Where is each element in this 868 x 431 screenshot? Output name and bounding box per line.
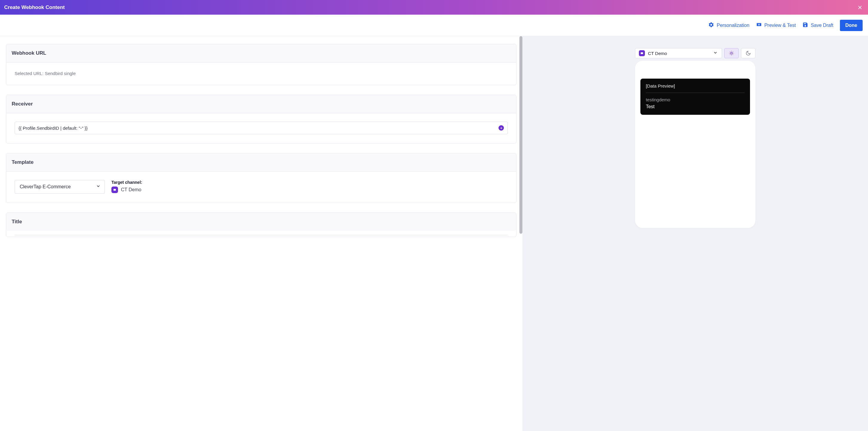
receiver-input-row: + — [14, 122, 508, 134]
template-select[interactable]: CleverTap E-Commerce — [14, 180, 105, 194]
channel-icon — [112, 186, 118, 193]
header-bar: Create Webhook Content — [0, 0, 868, 15]
notification-title: [Data Preview] — [646, 83, 745, 93]
personalization-button[interactable]: Personalization — [708, 22, 749, 29]
receiver-title: Receiver — [12, 101, 511, 107]
svg-point-4 — [731, 52, 733, 54]
webhook-url-card: Webhook URL Selected URL: Sendbird singl… — [6, 44, 517, 85]
toolbar: Personalization Preview & Test Save Draf… — [0, 15, 868, 36]
title-section-title: Title — [12, 219, 511, 225]
close-icon[interactable] — [857, 5, 863, 10]
form-pane: Webhook URL Selected URL: Sendbird singl… — [0, 36, 522, 431]
notification-card: [Data Preview] testingdemo Test — [641, 79, 750, 115]
chevron-down-icon — [96, 184, 100, 190]
notification-message: Test — [646, 104, 745, 109]
preview-test-button[interactable]: Preview & Test — [756, 22, 796, 29]
personalization-label: Personalization — [717, 23, 749, 28]
gear-icon — [708, 22, 714, 29]
receiver-input[interactable] — [19, 125, 498, 131]
add-receiver-icon[interactable]: + — [498, 125, 504, 131]
svg-line-8 — [733, 54, 733, 55]
preview-channel-value: CT Demo — [648, 51, 667, 56]
notification-sender: testingdemo — [646, 97, 745, 102]
preview-controls: CT Demo — [635, 48, 755, 58]
done-button[interactable]: Done — [840, 20, 863, 31]
selected-url-text: Selected URL: Sendbird single — [14, 71, 508, 76]
svg-line-7 — [730, 52, 730, 52]
channel-chip: CT Demo — [112, 186, 141, 193]
receiver-card: Receiver + — [6, 95, 517, 143]
target-channel-block: Target channel: CT Demo — [112, 180, 142, 193]
light-mode-toggle[interactable] — [724, 48, 739, 58]
channel-name: CT Demo — [121, 187, 141, 193]
svg-rect-3 — [641, 52, 643, 54]
scrollbar-thumb[interactable] — [520, 36, 522, 234]
template-select-value: CleverTap E-Commerce — [20, 184, 71, 190]
template-card: Template CleverTap E-Commerce Target cha… — [6, 153, 517, 203]
webhook-url-title: Webhook URL — [12, 50, 511, 56]
preview-pane: CT Demo [Data Preview] testingdemo Test — [522, 36, 868, 431]
svg-line-12 — [733, 52, 733, 52]
title-card: Title — [6, 212, 517, 237]
preview-channel-select[interactable]: CT Demo — [635, 48, 722, 58]
phone-preview: [Data Preview] testingdemo Test — [635, 61, 755, 228]
save-draft-button[interactable]: Save Draft — [802, 22, 833, 29]
save-draft-label: Save Draft — [811, 23, 833, 28]
target-channel-label: Target channel: — [112, 180, 142, 185]
channel-icon — [639, 50, 645, 56]
preview-icon — [756, 22, 762, 29]
save-icon — [802, 22, 808, 29]
svg-rect-2 — [114, 189, 116, 191]
content-wrap: Webhook URL Selected URL: Sendbird singl… — [0, 36, 868, 431]
page-title: Create Webhook Content — [4, 4, 65, 10]
preview-test-label: Preview & Test — [764, 23, 796, 28]
chevron-down-icon — [713, 51, 717, 56]
dark-mode-toggle[interactable] — [741, 48, 755, 58]
svg-line-11 — [730, 54, 730, 55]
template-title: Template — [12, 159, 511, 165]
